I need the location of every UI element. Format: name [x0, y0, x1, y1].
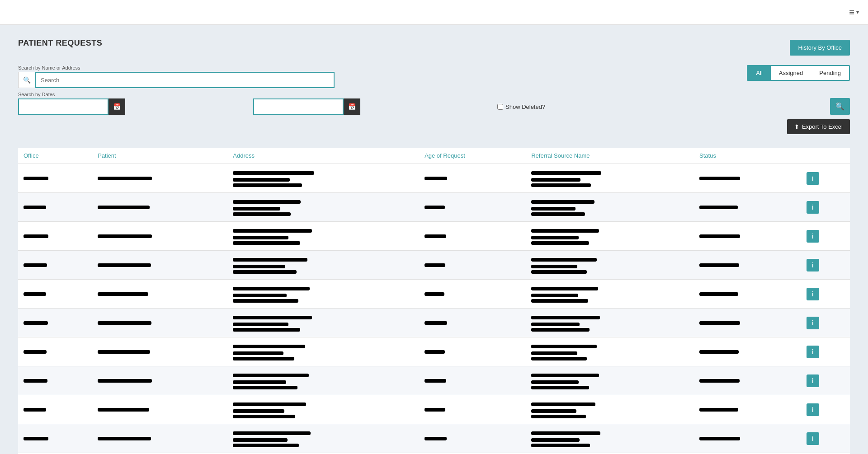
table-cell: [92, 395, 227, 424]
table-cell: [92, 280, 227, 309]
table-cell-action: i: [801, 309, 850, 337]
date2-input[interactable]: 08/20: [253, 98, 344, 115]
table-row: i: [18, 222, 850, 251]
search-icon-button[interactable]: 🔍: [18, 72, 35, 88]
table-cell: [419, 424, 526, 453]
table-row: i: [18, 395, 850, 424]
info-button[interactable]: i: [807, 230, 819, 243]
col-age-of-request: Age of Request: [419, 148, 526, 164]
search-submit-button[interactable]: 🔍: [830, 98, 850, 115]
table-cell: [526, 164, 694, 193]
status-assigned-button[interactable]: Assigned: [771, 66, 811, 80]
table-cell: [18, 337, 92, 366]
table-cell: [526, 337, 694, 366]
table-row: i: [18, 366, 850, 395]
table-cell: [92, 309, 227, 337]
date2-group: 08/20 📅: [253, 98, 479, 115]
date2-calendar-button[interactable]: 📅: [344, 98, 360, 115]
status-all-button[interactable]: All: [748, 66, 770, 80]
table-cell: [92, 222, 227, 251]
table-cell: [18, 309, 92, 337]
table-row: i: [18, 251, 850, 280]
table-cell-action: i: [801, 222, 850, 251]
table-cell: [92, 193, 227, 222]
chevron-icon: ▾: [856, 9, 859, 15]
table-cell: [526, 309, 694, 337]
filters-area: Search by Name or Address 🔍 Search by Da…: [18, 65, 850, 115]
info-button[interactable]: i: [807, 403, 819, 416]
table-cell: [694, 395, 801, 424]
export-excel-button[interactable]: ⬆ Export To Excel: [787, 119, 850, 134]
table-cell: [419, 337, 526, 366]
status-pending-button[interactable]: Pending: [811, 66, 849, 80]
table-row: i: [18, 280, 850, 309]
table-cell: [526, 251, 694, 280]
table-cell: [227, 164, 419, 193]
info-button[interactable]: i: [807, 432, 819, 445]
table-cell: [694, 164, 801, 193]
table-cell: [419, 280, 526, 309]
table-cell: [694, 222, 801, 251]
show-deleted-label: Show Deleted?: [497, 103, 545, 110]
table-cell-action: i: [801, 193, 850, 222]
table-cell: [92, 164, 227, 193]
table-cell: [419, 222, 526, 251]
table-cell: [18, 222, 92, 251]
info-button[interactable]: i: [807, 346, 819, 358]
table-cell: [18, 251, 92, 280]
table-cell-action: i: [801, 164, 850, 193]
table-body: iiiiiiiiiii: [18, 164, 850, 454]
table-cell: [18, 366, 92, 395]
table-cell-action: i: [801, 280, 850, 309]
search-name-input[interactable]: [35, 72, 335, 88]
table-cell: [92, 251, 227, 280]
table-row: i: [18, 309, 850, 337]
export-icon: ⬆: [794, 123, 799, 130]
info-button[interactable]: i: [807, 317, 819, 329]
info-button[interactable]: i: [807, 259, 819, 271]
table-header-row: Office Patient Address Age of Request Re…: [18, 148, 850, 164]
table-cell: [227, 193, 419, 222]
table-row: i: [18, 424, 850, 453]
hamburger-menu[interactable]: ≡ ▾: [849, 7, 859, 18]
table-cell-action: i: [801, 251, 850, 280]
date1-calendar-button[interactable]: 📅: [108, 98, 125, 115]
table-cell: [694, 337, 801, 366]
table-cell: [227, 309, 419, 337]
table-cell: [419, 164, 526, 193]
date1-input[interactable]: 08/06: [18, 98, 108, 115]
date1-group: 08/06 📅: [18, 98, 244, 115]
col-referral-source: Referral Source Name: [526, 148, 694, 164]
main-content: PATIENT REQUESTS History By Office Searc…: [0, 25, 868, 454]
table-cell: [526, 193, 694, 222]
search-name-label: Search by Name or Address: [18, 65, 714, 70]
calendar-icon-2: 📅: [348, 103, 356, 110]
search-name-group: 🔍: [18, 72, 335, 88]
show-deleted-checkbox[interactable]: [497, 104, 503, 110]
table-cell: [227, 280, 419, 309]
search-icon: 🔍: [23, 76, 31, 84]
table-cell: [227, 222, 419, 251]
info-button[interactable]: i: [807, 201, 819, 214]
col-address: Address: [227, 148, 419, 164]
table-row: i: [18, 164, 850, 193]
table-cell-action: i: [801, 366, 850, 395]
table-cell: [526, 395, 694, 424]
table-cell: [526, 222, 694, 251]
info-button[interactable]: i: [807, 288, 819, 300]
table-cell: [227, 395, 419, 424]
table-cell: [92, 366, 227, 395]
info-button[interactable]: i: [807, 374, 819, 387]
table-cell: [227, 424, 419, 453]
history-by-office-button[interactable]: History By Office: [790, 40, 850, 56]
table-cell: [227, 337, 419, 366]
table-cell-action: i: [801, 337, 850, 366]
col-actions: [801, 148, 850, 164]
calendar-icon: 📅: [113, 103, 121, 110]
table-cell: [227, 251, 419, 280]
info-button[interactable]: i: [807, 172, 819, 185]
table-cell: [419, 251, 526, 280]
top-nav: ≡ ▾: [0, 0, 868, 25]
table-cell-action: i: [801, 424, 850, 453]
table-cell: [92, 337, 227, 366]
